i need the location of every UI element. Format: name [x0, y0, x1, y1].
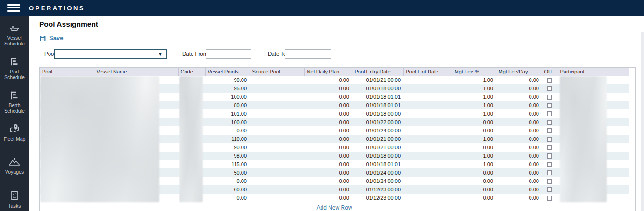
cell-mgt-fee-pct: 1.00 — [452, 160, 496, 168]
oh-checkbox[interactable] — [547, 128, 552, 133]
cell-pool-exit-date — [403, 177, 452, 185]
map-pin-icon — [9, 124, 20, 134]
cell-source-pool — [250, 76, 304, 84]
cell-mgt-fee-pct: 0.00 — [452, 194, 496, 202]
cell-source-pool — [250, 101, 304, 109]
cell-vessel-points: 60.00 — [205, 185, 250, 194]
cell-pool-exit-date — [403, 143, 452, 152]
cell-oh — [542, 177, 558, 185]
cell-pool-exit-date — [403, 135, 452, 143]
oh-checkbox[interactable] — [547, 78, 552, 83]
pool-assignment-grid: Pool Vessel Name Code Vessel Points Sour… — [39, 67, 636, 211]
sidebar-item-voyages[interactable]: Voyages — [0, 157, 29, 175]
cell-pool-entry-date: 01/12/23 00:00 — [352, 194, 403, 202]
sidebar-item-port-schedule[interactable]: Port Schedule — [0, 57, 29, 80]
cell-oh — [542, 126, 558, 135]
cell-pool-entry-date: 01/01/18 00:00 — [352, 84, 403, 93]
cell-source-pool — [250, 160, 304, 168]
cell-source-pool — [250, 118, 304, 126]
vertical-scrollbar[interactable] — [641, 32, 644, 211]
sidebar-item-label: Port Schedule — [0, 69, 29, 80]
cell-net-daily-plan: 0.00 — [304, 101, 352, 109]
oh-checkbox[interactable] — [547, 170, 552, 175]
col-header-vessel-points: Vessel Points — [205, 68, 250, 76]
sidebar-item-fleet-map[interactable]: Fleet Map — [0, 124, 29, 142]
gantt-icon — [9, 57, 20, 67]
hamburger-menu-icon[interactable] — [7, 4, 20, 12]
save-button[interactable]: Save — [39, 35, 63, 42]
gantt-icon — [9, 90, 20, 101]
cell-mgt-fee-pct: 1.00 — [452, 76, 496, 84]
cell-pool-exit-date — [403, 101, 452, 109]
sidebar-item-tasks[interactable]: Tasks — [0, 190, 29, 209]
cell-vessel-points: 115.00 — [205, 160, 250, 168]
cell-mgt-fee-pct: 1.00 — [452, 84, 496, 93]
cell-mgt-fee-day: 0.00 — [496, 135, 542, 143]
save-floppy-icon — [39, 35, 46, 42]
sidebar-nav: Vessel Schedule Port Schedule Berth Sche… — [0, 16, 29, 211]
cell-source-pool — [250, 152, 304, 160]
ship-icon — [9, 23, 20, 33]
cell-oh — [542, 101, 558, 109]
sidebar-item-vessel-schedule[interactable]: Vessel Schedule — [0, 23, 29, 46]
cell-net-daily-plan: 0.00 — [304, 126, 352, 135]
cell-oh — [542, 84, 558, 93]
cell-pool-entry-date: 01/01/21 00:00 — [352, 135, 403, 143]
cell-net-daily-plan: 0.00 — [304, 84, 352, 93]
cell-source-pool — [250, 135, 304, 143]
sidebar-item-label: Tasks — [0, 204, 29, 209]
cell-mgt-fee-pct: 0.00 — [452, 177, 496, 185]
oh-checkbox[interactable] — [547, 179, 552, 184]
save-button-label: Save — [49, 35, 63, 42]
oh-checkbox[interactable] — [547, 162, 552, 167]
cell-source-pool — [250, 185, 304, 194]
oh-checkbox[interactable] — [547, 103, 552, 108]
cell-vessel-points: 98.00 — [205, 152, 250, 160]
oh-checkbox[interactable] — [547, 111, 552, 116]
col-header-net-daily-plan: Net Daily Plan — [304, 68, 352, 76]
cell-pool-entry-date: 01/01/18 01:01 — [352, 93, 403, 101]
cell-source-pool — [250, 194, 304, 202]
date-from-input[interactable] — [206, 49, 251, 59]
cell-vessel-points: 100.00 — [205, 118, 250, 126]
cell-pool-exit-date — [403, 185, 452, 194]
cell-oh — [542, 160, 558, 168]
redacted-participant — [560, 76, 607, 202]
cell-mgt-fee-pct: 0.00 — [452, 143, 496, 152]
cell-pool-exit-date — [403, 160, 452, 168]
col-header-mgt-fee-day: Mgt Fee/Day — [496, 68, 542, 76]
sidebar-item-berth-schedule[interactable]: Berth Schedule — [0, 90, 29, 114]
filter-row: Pool ▼ Date From Date To — [29, 49, 644, 60]
cell-pool-entry-date: 01/01/24 00:00 — [352, 177, 403, 185]
col-header-source-pool: Source Pool — [250, 68, 304, 76]
cell-source-pool — [250, 168, 304, 177]
oh-checkbox[interactable] — [547, 196, 552, 201]
cell-mgt-fee-day: 0.00 — [496, 143, 542, 152]
cell-net-daily-plan: 0.00 — [304, 76, 352, 84]
cell-mgt-fee-day: 0.00 — [496, 109, 542, 118]
oh-checkbox[interactable] — [547, 86, 552, 91]
main-content: Pool Assignment Save Pool ▼ Date From Da… — [29, 16, 644, 211]
oh-checkbox[interactable] — [547, 120, 552, 125]
oh-checkbox[interactable] — [547, 137, 552, 142]
cell-vessel-points: 0.00 — [205, 126, 250, 135]
oh-checkbox[interactable] — [547, 187, 552, 192]
oh-checkbox[interactable] — [547, 95, 552, 100]
add-new-row-link[interactable]: Add New Row — [316, 204, 352, 211]
cell-pool-exit-date — [403, 118, 452, 126]
oh-checkbox[interactable] — [547, 153, 552, 159]
cell-mgt-fee-pct: 0.00 — [452, 185, 496, 194]
cell-pool-exit-date — [403, 168, 452, 177]
table-header: Pool Vessel Name Code Vessel Points Sour… — [40, 68, 629, 76]
cell-vessel-points: 95.00 — [205, 84, 250, 93]
cell-pool-entry-date: 01/01/18 01:01 — [352, 101, 403, 109]
cell-pool-exit-date — [403, 109, 452, 118]
col-header-code: Code — [178, 68, 205, 76]
pool-dropdown[interactable]: ▼ — [54, 49, 167, 59]
cell-mgt-fee-pct: 1.00 — [452, 93, 496, 101]
cell-pool-entry-date: 01/01/18 01:01 — [352, 160, 403, 168]
col-header-pool: Pool — [40, 68, 94, 76]
cell-mgt-fee-pct: 1.00 — [452, 152, 496, 160]
oh-checkbox[interactable] — [547, 145, 552, 150]
date-to-input[interactable] — [285, 49, 331, 59]
